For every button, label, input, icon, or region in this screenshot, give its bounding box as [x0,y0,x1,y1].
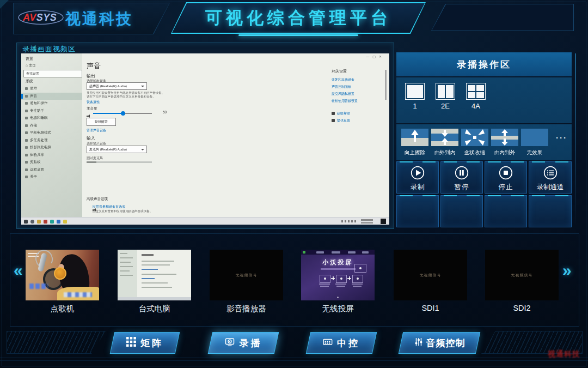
logo-av: AV [23,12,36,23]
desktop-taskbar [118,297,191,300]
transition-outside-in[interactable]: 由外到内 [431,129,458,156]
focus-icon [25,110,28,112]
win-sidebar-list: 显示 声音 通知和操作 专注助手 电源和睡眠 存储 平板电脑模式 多任务处理 投… [21,85,82,181]
start-icon [24,220,28,224]
pause-button[interactable]: 暂停 [440,161,483,194]
footer-left-deco [7,331,106,354]
avsys-logo: AVSYS [17,10,64,25]
audio-sliders-icon [414,337,424,349]
app-icon [50,220,54,224]
watermark: 视通科技 [548,349,580,359]
record-channels-label: 录制通道 [529,183,571,192]
transition-box-shrink[interactable]: 盒状收缩 [461,129,488,156]
lyrics-overlay [29,283,48,289]
input-label: 输入 [87,135,95,141]
channel-list-icon [542,165,559,183]
no-signal-text: 无视频信号 [394,250,467,300]
record-channels-button[interactable]: 录制通道 [529,161,572,194]
help-icon [332,112,335,115]
source-thumb-media-player[interactable]: 无视频信号 [210,250,283,300]
about-icon [25,176,28,178]
source-label: 点歌机 [26,304,99,314]
outside-in-icon [431,129,458,146]
record-button[interactable]: 录制 [396,161,439,194]
remote-icon [25,168,28,171]
tab-recording[interactable]: 录播 [208,332,279,354]
volume-label: 主音量 [87,106,97,111]
win-sidebar-item-label: 远程桌面 [30,167,44,172]
tab-central-control[interactable]: 中控 [306,332,377,354]
feedback-link: 提供反馈 [337,118,350,123]
camera-icon [225,337,235,349]
wipe-up-icon [401,129,428,146]
tab-matrix[interactable]: 矩阵 [110,332,180,354]
corner-accent [0,0,9,9]
win-section-label: 系统 [26,79,33,84]
source-label: 台式电脑 [118,304,191,314]
title-panel: 可视化综合管理平台 [171,2,426,34]
chevron-down-icon [141,149,144,150]
more-transitions-button[interactable]: ··· [556,133,567,142]
manage-devices-link: 管理声音设备 [87,128,106,133]
layout-button-single[interactable]: 1 [404,83,426,110]
record-icon [409,165,426,183]
layout-button-dual[interactable]: 2E [434,83,456,110]
related-settings-title: 相关设置 [332,69,347,74]
display-icon [25,87,28,90]
source-thumb-cast[interactable]: 小沃投屏 [301,250,375,300]
ops-empty-tile[interactable] [529,195,572,227]
file-explorer-icon [37,220,41,224]
ops-empty-tile[interactable] [440,195,483,227]
source-thumb-sdi1[interactable]: 无视频信号 [394,250,467,300]
related-link: 麦克风隐私设置 [332,92,354,96]
next-sources-button[interactable]: » [562,262,572,279]
footer-line [0,358,588,358]
windows-settings-screen: 设置 ⌂ 主页 查找设置 系统 显示 声音 通知和操作 专注助手 电源和睡眠 存… [21,53,389,225]
win-search-input: 查找设置 [23,70,82,77]
transition-label: 盒状收缩 [462,149,487,156]
source-thumb-desktop[interactable] [118,250,191,300]
layout-label: 2E [434,102,456,110]
header-right-deco [431,4,574,31]
project-icon [25,146,28,149]
source-label: SDI1 [394,304,467,312]
win-sidebar-item: 显示 [21,85,82,93]
stop-label: 停止 [485,183,526,192]
recorded-screen-feed[interactable]: 设置 ⌂ 主页 查找设置 系统 显示 声音 通知和操作 专注助手 电源和睡眠 存… [21,53,389,225]
feedback-icon [332,119,335,122]
layout-button-quad[interactable]: 4A [465,83,487,110]
transition-label: 向上擦除 [402,149,427,156]
win-sidebar-item: 剪贴板 [21,159,82,166]
stop-button[interactable]: 停止 [485,161,527,194]
tablet-icon [25,131,28,134]
brand-name: 视通科技 [65,9,133,29]
tab-audio-control[interactable]: 音频控制 [399,332,481,354]
chevron-down-icon [141,86,144,87]
tab-label: 音频控制 [426,337,465,349]
clock-text [361,219,373,221]
cast-step-box [336,275,347,283]
source-thumb-karaoke[interactable] [26,250,99,300]
transition-inside-out[interactable]: 由内到外 [491,129,518,156]
win-sidebar-item-label: 专注助手 [30,108,44,113]
source-label: 无线投屏 [301,304,375,314]
window-controls: —▢✕ [366,55,385,58]
win-sidebar-item: 远程桌面 [21,166,82,174]
ops-empty-tile[interactable] [485,195,527,227]
page-title: 可视化综合管理平台 [205,7,391,29]
inside-out-icon [491,129,518,146]
cast-wifi-box [354,264,366,273]
scrollbar [385,70,387,100]
win-sidebar-item-label: 存储 [30,123,37,128]
prev-sources-button[interactable]: « [14,262,23,279]
tab-label: 矩阵 [140,337,163,349]
stop-icon [498,165,514,183]
related-link: 声音控制面板 [332,85,351,89]
box-shrink-icon [461,129,488,146]
source-thumbnail-strip: « » 点歌机 [10,233,579,327]
transition-none[interactable]: 无效果 [521,129,548,156]
win-sidebar-item: 专注助手 [21,107,82,115]
ops-empty-tile[interactable] [396,195,439,227]
source-thumb-sdi2[interactable]: 无视频信号 [485,250,559,300]
transition-wipe-up[interactable]: 向上擦除 [401,129,428,156]
